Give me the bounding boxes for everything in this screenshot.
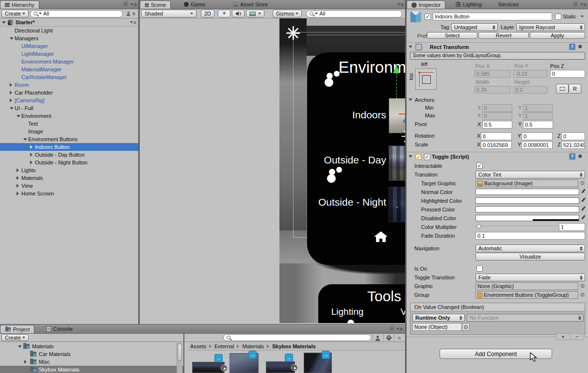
foldout-icon[interactable] bbox=[10, 83, 12, 87]
shading-mode-dropdown[interactable]: Shaded bbox=[141, 10, 196, 17]
hierarchy-item-indoors-button[interactable]: Indoors Button bbox=[0, 143, 138, 151]
hierarchy-item-ui-full[interactable]: UI - Full bbox=[0, 104, 138, 112]
breadcrumb-segment-assets[interactable]: Assets bbox=[190, 343, 206, 349]
project-folder-car-materials[interactable]: Car Materials bbox=[0, 350, 183, 358]
disabled-color-swatch[interactable] bbox=[475, 215, 579, 221]
asset-thumbnail-3[interactable] bbox=[266, 361, 295, 373]
lock-icon[interactable] bbox=[390, 327, 393, 330]
color-multiplier-value-field[interactable]: 1 bbox=[559, 223, 585, 231]
lock-icon[interactable] bbox=[573, 3, 577, 6]
color-multiplier-slider[interactable] bbox=[475, 223, 557, 230]
event-remove-button[interactable]: − bbox=[571, 334, 584, 340]
eyedropper-icon[interactable] bbox=[580, 188, 587, 195]
search-favorites-button[interactable]: ★ bbox=[394, 334, 405, 341]
project-folder-materials[interactable]: Materials bbox=[0, 342, 183, 350]
environment-button-label-day[interactable]: Outside - Day bbox=[289, 154, 386, 166]
hierarchy-item-image[interactable]: Image bbox=[0, 128, 138, 135]
static-dropdown-icon[interactable] bbox=[581, 16, 584, 17]
foldout-icon[interactable] bbox=[30, 145, 33, 149]
foldout-icon[interactable] bbox=[16, 192, 19, 195]
2d-toggle-button[interactable]: 2D bbox=[201, 10, 214, 17]
prefab-select-button[interactable]: Select bbox=[427, 32, 477, 39]
toggle-transition-dropdown[interactable]: Fade bbox=[475, 274, 585, 281]
gear-icon[interactable]: ✱ bbox=[578, 44, 582, 50]
rect-transform-foldout[interactable] bbox=[408, 46, 412, 48]
project-search-input[interactable] bbox=[223, 334, 371, 341]
play-overlay-icon[interactable] bbox=[221, 365, 228, 372]
static-checkbox[interactable] bbox=[555, 14, 561, 20]
hierarchy-item-outside-day-button[interactable]: Outside - Day Button bbox=[0, 151, 138, 159]
graphic-picker-icon[interactable]: ⊙ bbox=[579, 282, 586, 290]
target-graphic-object-field[interactable]: Background (Image) bbox=[475, 179, 578, 187]
move-gizmo-x-axis[interactable] bbox=[399, 114, 405, 114]
group-object-field[interactable]: Environment Buttons (ToggleGroup) bbox=[475, 291, 578, 299]
blueprint-mode-button[interactable] bbox=[556, 84, 569, 94]
environment-button-label-night[interactable]: Outside - Night bbox=[289, 196, 386, 208]
transition-dropdown[interactable]: Color Tint bbox=[475, 171, 585, 178]
hierarchy-item-uimanager[interactable]: UIManager bbox=[0, 42, 138, 50]
gear-icon[interactable]: ✱ bbox=[578, 153, 582, 160]
prefab-apply-button[interactable]: Apply bbox=[530, 32, 585, 39]
tab-scene[interactable]: Scene bbox=[140, 0, 171, 9]
hierarchy-item--camerarig-[interactable]: [CameraRig] bbox=[0, 97, 138, 104]
pivot-x-field[interactable]: 0.5 bbox=[482, 121, 512, 129]
inspector-menu-icon[interactable]: ≡ bbox=[580, 2, 586, 7]
project-folder-skybox-materials[interactable]: Skybox Materials bbox=[0, 366, 183, 373]
event-target-picker[interactable]: ⊙ bbox=[462, 323, 470, 331]
tools-view-label[interactable]: View bbox=[386, 307, 405, 317]
foldout-icon[interactable] bbox=[16, 168, 19, 172]
normal-color-swatch[interactable] bbox=[475, 189, 579, 195]
breadcrumb-segment-external[interactable]: External bbox=[214, 343, 234, 349]
foldout-icon[interactable] bbox=[24, 360, 27, 364]
help-icon[interactable]: ? bbox=[569, 44, 575, 50]
hierarchy-item-text[interactable]: Text bbox=[0, 120, 138, 128]
light-probe-gizmo[interactable] bbox=[327, 167, 346, 184]
hierarchy-item-carrotatemanager[interactable]: CarRotateManager bbox=[0, 73, 138, 81]
hierarchy-item-directional-light[interactable]: Directional Light bbox=[0, 27, 138, 34]
home-icon[interactable] bbox=[374, 231, 388, 242]
scene-panel-menu-icon[interactable]: ≡ bbox=[397, 0, 405, 9]
anchors-foldout[interactable] bbox=[408, 98, 412, 101]
event-target-object-field[interactable]: None (Object) bbox=[412, 323, 462, 331]
sun-gizmo[interactable] bbox=[402, 128, 405, 145]
foldout-icon[interactable] bbox=[16, 176, 19, 180]
rotation-x-field[interactable]: 0 bbox=[481, 132, 512, 140]
foldout-icon[interactable] bbox=[16, 115, 20, 117]
event-mode-dropdown[interactable]: Runtime Only bbox=[412, 314, 465, 322]
layer-dropdown[interactable]: Ignore Raycast bbox=[516, 23, 585, 31]
toggle-enabled-checkbox[interactable]: ✓ bbox=[424, 154, 430, 160]
hierarchy-item-managers[interactable]: Managers bbox=[0, 34, 138, 42]
anchors-label[interactable]: Anchors bbox=[415, 97, 434, 103]
foldout-icon[interactable] bbox=[18, 345, 22, 348]
highlighted-color-swatch[interactable] bbox=[475, 197, 579, 204]
event-add-button[interactable]: + bbox=[556, 334, 571, 340]
move-gizmo-y-axis[interactable] bbox=[396, 73, 397, 114]
project-tree-scrollbar[interactable] bbox=[177, 342, 182, 373]
tab-asset-store[interactable]: Asset Store bbox=[229, 0, 272, 9]
toggle-foldout[interactable] bbox=[408, 155, 412, 158]
tab-services[interactable]: Services bbox=[494, 0, 523, 9]
toggle-component-title[interactable]: Toggle (Script) bbox=[432, 154, 469, 160]
foldout-icon[interactable] bbox=[10, 91, 12, 95]
scale-x-field[interactable]: 0.0162569 bbox=[481, 141, 512, 149]
foldout-icon[interactable] bbox=[23, 138, 27, 141]
rotation-y-field[interactable]: 0 bbox=[522, 132, 553, 140]
hierarchy-item-lightmanager[interactable]: LightManager bbox=[0, 50, 138, 58]
hierarchy-item-view[interactable]: View bbox=[0, 182, 138, 190]
hierarchy-item-car-placeholder[interactable]: Car Placeholder bbox=[0, 89, 138, 97]
project-folder-misc[interactable]: Misc bbox=[0, 358, 183, 366]
scene-viewport[interactable]: Environment IndoorsOutside - DayOutside … bbox=[279, 18, 405, 323]
group-picker-icon[interactable]: ⊙ bbox=[579, 291, 586, 299]
foldout-icon[interactable] bbox=[30, 153, 33, 157]
hierarchy-item-environment-buttons[interactable]: Environment Buttons bbox=[0, 135, 138, 143]
help-icon[interactable]: ? bbox=[569, 153, 575, 160]
scene-effects-dropdown[interactable] bbox=[246, 10, 264, 17]
hierarchy-item-outside-night-button[interactable]: Outside - Night Button bbox=[0, 159, 138, 166]
hierarchy-item-materialmanager[interactable]: MaterialManager bbox=[0, 65, 138, 73]
gizmos-dropdown[interactable]: Gizmos bbox=[273, 10, 302, 17]
event-function-dropdown[interactable]: No Function bbox=[467, 314, 584, 322]
foldout-icon[interactable] bbox=[16, 184, 19, 188]
anchor-preset-button[interactable] bbox=[415, 68, 437, 90]
pivot-y-field[interactable]: 0.5 bbox=[523, 121, 553, 129]
interactable-checkbox[interactable]: ✓ bbox=[476, 162, 483, 169]
